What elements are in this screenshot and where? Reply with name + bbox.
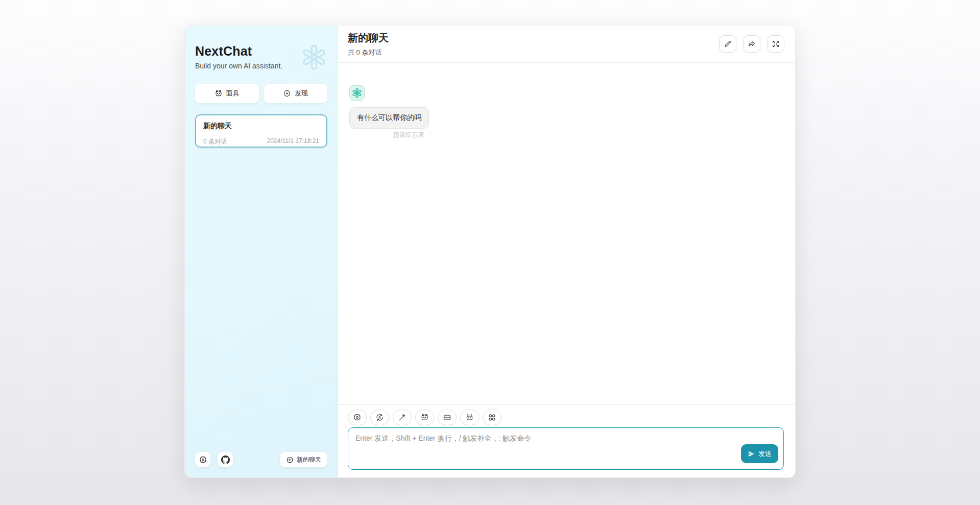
pencil-icon — [724, 40, 732, 48]
chat-list-item[interactable]: 新的聊天 0 条对话 2024/11/1 17:18:21 — [195, 114, 327, 148]
chat-item-time: 2024/11/1 17:18:21 — [267, 137, 319, 146]
chat-header: 新的聊天 共 0 条对话 — [338, 26, 795, 63]
chat-list: 新的聊天 0 条对话 2024/11/1 17:18:21 — [195, 114, 327, 148]
fullscreen-button[interactable] — [767, 35, 784, 53]
mask-icon — [420, 413, 429, 422]
chat-input-box: 发送 — [348, 427, 784, 470]
send-button-label: 发送 — [758, 449, 772, 459]
discover-icon — [283, 89, 291, 98]
openai-logo-icon — [351, 87, 363, 99]
app-window: NextChat Build your own AI assistant. 面具 — [184, 25, 796, 478]
new-chat-button-label: 新的聊天 — [297, 455, 321, 464]
share-icon — [748, 40, 756, 48]
message-bubble[interactable]: 有什么可以帮你的吗 — [349, 107, 429, 129]
settings-icon — [353, 413, 362, 422]
app-logo-icon — [300, 43, 328, 71]
chat-panel: 新的聊天 共 0 条对话 — [338, 26, 795, 477]
send-plane-icon — [748, 450, 755, 458]
mask-icon — [214, 89, 223, 98]
robot-icon — [465, 413, 474, 422]
chat-header-actions — [719, 35, 784, 53]
new-chat-button[interactable]: 新的聊天 — [280, 452, 327, 467]
github-button[interactable] — [218, 452, 233, 467]
plus-circle-icon — [286, 456, 294, 464]
fullscreen-icon — [772, 40, 780, 48]
chat-input[interactable] — [348, 428, 783, 469]
send-button[interactable]: 发送 — [741, 444, 778, 463]
preset-prompt-hint: 预设提示词 — [349, 131, 429, 139]
settings-button[interactable] — [195, 452, 210, 467]
magic-wand-icon — [398, 413, 407, 422]
masks-button[interactable]: 面具 — [195, 84, 259, 103]
discover-button-label: 发现 — [295, 89, 308, 98]
chat-item-count: 0 条对话 — [203, 137, 227, 146]
chat-subtitle: 共 0 条对话 — [348, 48, 389, 57]
chat-item-title: 新的聊天 — [203, 122, 319, 131]
plugins-button[interactable] — [483, 410, 501, 425]
chat-input-actions: A — [348, 410, 784, 425]
chat-title: 新的聊天 — [348, 31, 389, 45]
chat-input-panel: A — [338, 404, 795, 477]
clear-context-button[interactable] — [438, 410, 457, 425]
masks-button-label: 面具 — [226, 89, 240, 98]
gear-icon — [199, 455, 207, 464]
github-icon — [221, 455, 230, 464]
share-button[interactable] — [743, 35, 760, 53]
prompts-button[interactable] — [393, 410, 412, 425]
model-button[interactable] — [460, 410, 479, 425]
chat-message-list: 有什么可以帮你的吗 预设提示词 — [338, 63, 795, 404]
clear-context-icon — [443, 413, 451, 422]
assistant-avatar — [349, 85, 365, 101]
rename-button[interactable] — [719, 35, 736, 53]
theme-button[interactable]: A — [370, 410, 389, 425]
theme-icon: A — [375, 413, 384, 422]
masks-action-button[interactable] — [415, 410, 434, 425]
svg-text:A: A — [378, 416, 381, 419]
sidebar-button-row: 面具 发现 — [195, 84, 327, 103]
sidebar: NextChat Build your own AI assistant. 面具 — [185, 26, 338, 477]
discover-button[interactable]: 发现 — [264, 84, 328, 103]
grid-icon — [488, 413, 496, 422]
sidebar-footer: 新的聊天 — [195, 452, 327, 467]
chat-settings-button[interactable] — [348, 410, 367, 425]
assistant-message: 有什么可以帮你的吗 预设提示词 — [349, 85, 783, 139]
